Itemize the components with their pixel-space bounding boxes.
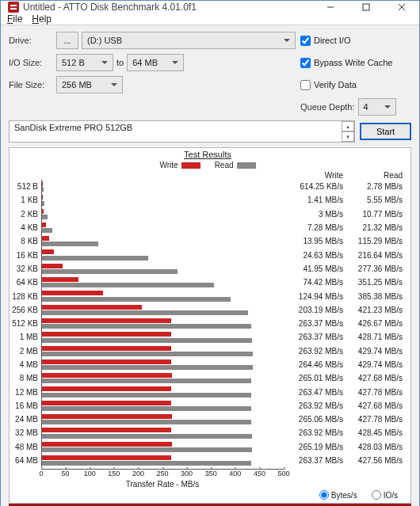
start-button[interactable]: Start [360,123,411,140]
write-value: 263.37 MB/s [287,319,346,328]
write-bar [42,277,78,282]
menu-bar: File Help [1,13,419,25]
read-value: 2.78 MB/s [346,182,406,191]
result-row: 512 B614.25 KB/s2.78 MB/s [10,180,406,193]
read-value: 385.38 MB/s [346,292,406,301]
write-bar [42,401,171,405]
read-bar [42,365,253,370]
axis-tick: 400 [229,470,241,477]
menu-help[interactable]: Help [32,13,52,25]
minimize-button[interactable] [312,1,348,13]
iosize-min-select[interactable]: 512 B [56,54,113,71]
row-bars [41,317,287,330]
drive-select[interactable]: (D:) USB [82,32,296,49]
read-bar [42,201,44,206]
svg-rect-2 [10,8,17,10]
row-label: 1 KB [10,196,41,204]
read-bar [42,393,251,398]
read-value: 5.55 MB/s [346,196,406,204]
read-value: 427.78 MB/s [346,415,406,424]
drive-browse-button[interactable]: ... [56,32,78,49]
result-row: 8 MB265.01 MB/s427.68 MB/s [10,371,406,385]
write-bar [42,209,44,214]
row-label: 24 MB [10,415,41,424]
bypass-cache-checkbox[interactable]: Bypass Write Cache [300,58,411,68]
row-bars [41,289,287,302]
write-value: 263.47 MB/s [287,388,346,397]
result-row: 1 KB1.41 MB/s5.55 MB/s [10,193,406,207]
row-bars [41,399,287,413]
filesize-select[interactable]: 256 MB [56,76,123,93]
menu-file[interactable]: File [7,13,22,25]
read-bar [42,242,98,246]
row-label: 512 B [10,182,41,191]
result-row: 128 KB124.94 MB/s385.38 MB/s [10,289,406,302]
description-input[interactable]: SanDisk Extreme PRO 512GB ▲▼ [9,120,355,143]
read-value: 21.32 MB/s [346,223,406,232]
result-row: 16 KB24.63 MB/s216.64 MB/s [10,248,406,261]
legend-write-swatch [181,162,200,169]
write-bar [42,264,63,268]
row-bars [41,221,287,234]
read-bar [42,310,248,315]
result-row: 8 KB13.95 MB/s115.29 MB/s [10,234,406,248]
result-row: 64 MB263.37 MB/s427.56 MB/s [10,454,406,467]
axis-tick: 300 [181,470,193,477]
units-bytes-radio[interactable]: Bytes/s [319,490,357,500]
write-bar [42,428,171,432]
app-window: Untitled - ATTO Disk Benchmark 4.01.0f1 … [0,0,420,506]
read-bar [42,283,214,287]
write-bar [42,414,172,419]
iosize-max-select[interactable]: 64 MB [127,54,184,71]
window-title: Untitled - ATTO Disk Benchmark 4.01.0f1 [23,2,312,13]
row-bars [41,276,287,289]
read-bar [42,228,52,233]
description-spinner[interactable]: ▲▼ [342,121,354,142]
legend: Write Read [10,161,406,169]
row-bars [41,234,287,248]
direct-io-checkbox[interactable]: Direct I/O [300,36,411,46]
verify-data-checkbox[interactable]: Verify Data [300,80,411,90]
row-label: 8 KB [10,237,41,245]
title-bar: Untitled - ATTO Disk Benchmark 4.01.0f1 [1,1,419,13]
row-label: 256 KB [10,306,41,314]
read-bar [42,338,252,343]
app-icon [7,1,20,13]
row-label: 16 MB [10,401,41,410]
write-value: 203.19 MB/s [287,306,346,314]
iosize-to-label: to [116,58,124,67]
filesize-label: File Size: [9,80,52,89]
row-bars [41,303,287,317]
axis-tick: 500 [277,470,289,477]
row-label: 128 KB [10,292,41,301]
axis-tick: 350 [205,470,217,477]
write-value: 263.92 MB/s [287,347,346,356]
row-label: 8 MB [10,374,41,382]
row-label: 512 KB [10,319,41,328]
read-value: 428.71 MB/s [346,333,406,341]
result-row: 16 MB263.92 MB/s427.68 MB/s [10,399,406,413]
read-value: 10.77 MB/s [346,210,406,219]
row-bars [41,413,287,426]
write-value: 13.95 MB/s [287,237,346,245]
write-value: 265.01 MB/s [287,374,346,382]
read-bar [42,324,251,329]
write-value: 614.25 KB/s [287,182,346,191]
units-ios-radio[interactable]: IO/s [372,490,398,500]
write-value: 24.63 MB/s [287,251,346,260]
row-bars [41,426,287,439]
axis-tick: 250 [156,470,168,477]
queue-depth-select[interactable]: 4 [358,98,396,116]
write-value: 265.19 MB/s [287,443,346,451]
write-value: 3 MB/s [287,210,346,219]
read-value: 426.67 MB/s [346,319,406,328]
result-row: 2 KB3 MB/s10.77 MB/s [10,207,406,221]
axis-tick: 450 [254,470,265,477]
maximize-button[interactable] [348,1,384,13]
result-row: 48 MB265.19 MB/s428.03 MB/s [10,440,406,454]
row-bars [41,262,287,276]
config-panel: Drive: ... (D:) USB Direct I/O I/O Size:… [9,32,411,116]
axis-tick: 150 [108,470,120,477]
close-button[interactable] [384,1,419,13]
legend-write-label: Write [159,161,178,169]
